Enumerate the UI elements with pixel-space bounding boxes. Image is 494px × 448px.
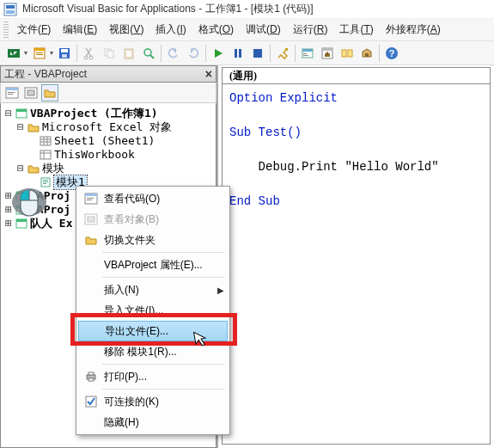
svg-rect-68 [88,378,94,381]
mouse-hint-icon [9,181,50,223]
ctx-remove-module[interactable]: 移除 模块1(R)... [78,341,228,362]
ctx-import-file[interactable]: 导入文件(I)... [78,300,228,321]
save-button[interactable] [55,44,74,63]
svg-rect-2 [6,10,15,14]
paste-button[interactable] [119,44,138,63]
folder-icon [27,163,40,175]
tree-thisworkbook[interactable]: ThisWorkbook [3,148,214,162]
svg-rect-30 [348,50,352,57]
ctx-export-file[interactable]: 导出文件(E)... [78,321,228,341]
svg-rect-39 [27,90,34,95]
menu-insert[interactable]: 插入(I) [150,21,191,39]
menu-debug[interactable]: 调试(D) [241,21,286,39]
svg-rect-7 [36,54,43,55]
svg-rect-1 [6,5,15,9]
ctx-separator [102,277,224,278]
copy-button[interactable] [100,44,119,63]
menu-tools[interactable]: 工具(T) [334,21,378,39]
svg-rect-21 [253,49,262,58]
workbook-icon [39,149,52,161]
svg-rect-47 [40,150,51,159]
svg-rect-36 [8,92,15,93]
svg-text:?: ? [389,48,395,58]
view-host-button[interactable]: ▾ [3,43,28,64]
svg-line-18 [150,55,154,58]
svg-point-17 [144,49,151,56]
menu-edit[interactable]: 编辑(E) [58,21,102,39]
svg-rect-41 [16,109,27,112]
code-editor[interactable]: Option Explicit Sub Test() Debug.Print "… [222,84,491,445]
ctx-toggle-folders[interactable]: 切换文件夹 [78,230,228,250]
svg-rect-26 [303,55,308,56]
run-button[interactable] [209,44,228,63]
ctx-view-object: 查看对象(B) [78,209,228,230]
svg-rect-22 [285,48,288,51]
toolbox-button[interactable] [357,44,376,63]
printer-icon [82,368,101,385]
ctx-properties[interactable]: VBAProject 属性(E)... [78,255,228,275]
form-icon [82,211,101,228]
menu-run[interactable]: 运行(R) [288,21,333,39]
sheet-icon [39,135,52,147]
svg-rect-51 [43,180,48,181]
project-explorer-close-icon[interactable]: × [205,67,212,81]
svg-rect-63 [87,199,92,200]
break-button[interactable] [229,44,247,63]
svg-rect-65 [88,217,95,222]
ctx-insert[interactable]: 插入(N)▶ [78,279,228,300]
svg-rect-29 [342,50,346,57]
code-icon [82,190,101,207]
ctx-print[interactable]: 打印(P)... [78,366,228,387]
tree-grp-excel[interactable]: ⊟Microsoft Excel 对象 [3,120,214,134]
svg-rect-14 [107,51,113,58]
toolbar: ▾ ▾ ? [0,41,494,65]
check-icon [82,393,101,410]
object-browser-button[interactable] [338,44,357,63]
redo-button[interactable] [184,44,203,63]
menu-file[interactable]: 文件(F) [12,21,56,39]
project-explorer-toolbar [0,83,217,103]
menu-format[interactable]: 格式(O) [193,21,239,39]
folder-icon [27,121,40,133]
help-button[interactable]: ? [382,44,401,63]
ctx-view-code[interactable]: 查看代码(O) [78,188,228,209]
project-explorer-title[interactable]: 工程 - VBAProject × [0,65,217,83]
code-object-dropdown[interactable]: (通用) [222,67,491,84]
insert-module-button[interactable]: ▾ [29,43,54,64]
ctx-dockable[interactable]: 可连接的(K) [78,391,228,412]
view-code-icon[interactable] [3,84,21,101]
svg-rect-19 [235,49,237,58]
design-mode-button[interactable] [273,44,292,63]
app-title: Microsoft Visual Basic for Applications … [22,2,314,16]
menu-addins[interactable]: 外接程序(A) [381,21,446,39]
context-menu: 查看代码(O) 查看对象(B) 切换文件夹 VBAProject 属性(E)..… [76,186,230,435]
svg-rect-6 [36,52,43,53]
tree-grp-modules[interactable]: ⊟模块 [3,162,214,175]
svg-rect-20 [239,49,241,58]
tree-root[interactable]: ⊟VBAProject (工作簿1) [3,107,214,120]
svg-rect-35 [6,88,18,90]
title-bar: Microsoft Visual Basic for Applications … [0,0,494,19]
code-text: Option Explicit Sub Test() Debug.Print "… [229,89,483,210]
project-explorer-title-text: 工程 - VBAProject [4,67,87,82]
menu-view[interactable]: 视图(V) [104,21,149,39]
cut-button[interactable] [80,44,99,63]
menu-bar: 文件(F) 编辑(E) 视图(V) 插入(I) 格式(O) 调试(D) 运行(R… [0,19,494,41]
ctx-separator [102,364,224,365]
ctx-separator [102,252,224,253]
toggle-folders-icon[interactable] [41,84,58,101]
project-explorer-button[interactable] [298,44,317,63]
view-object-icon[interactable] [22,84,40,101]
svg-rect-42 [40,137,51,145]
svg-rect-9 [61,49,68,52]
properties-button[interactable] [318,44,337,63]
svg-rect-62 [87,198,94,199]
menu-grip [3,21,9,39]
undo-button[interactable] [164,44,183,63]
ctx-separator [102,389,224,390]
find-button[interactable] [139,44,158,63]
svg-rect-5 [34,48,45,51]
reset-button[interactable] [248,44,267,63]
ctx-hide[interactable]: 隐藏(H) [78,412,228,433]
tree-sheet1[interactable]: Sheet1 (Sheet1) [3,134,214,148]
